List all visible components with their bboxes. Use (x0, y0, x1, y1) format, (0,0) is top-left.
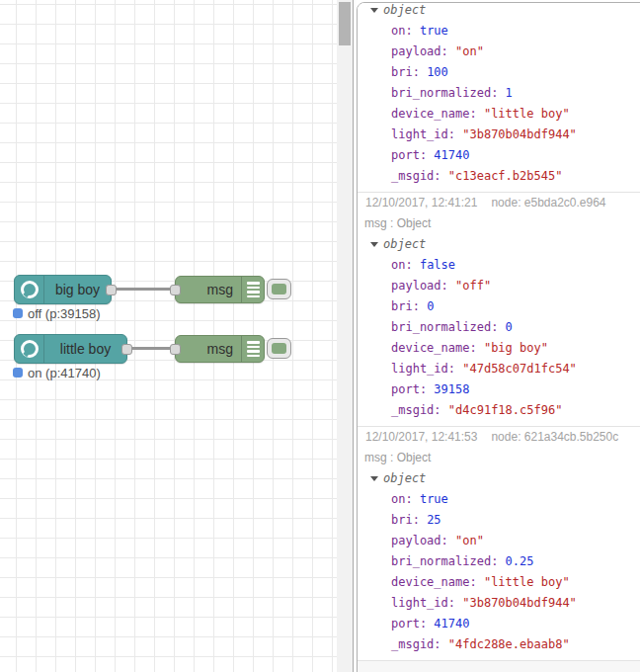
property-value: 41740 (434, 617, 469, 630)
property-row: bri_normalized: 0.25 (358, 551, 640, 572)
collapse-triangle-icon[interactable] (370, 242, 378, 247)
property-row: on: true (358, 21, 640, 42)
message-timestamp: 12/10/2017, 12:41:53 (365, 427, 477, 448)
property-value: 0.25 (506, 554, 534, 568)
wire[interactable] (126, 347, 176, 350)
debug-sidebar: objecton: truepayload: "on"bri: 100bri_n… (357, 2, 640, 672)
property-row: device_name: "little boy" (358, 104, 640, 125)
property-key: device_name: (391, 107, 484, 121)
node-status: on (p:41740) (13, 366, 101, 379)
property-value: "on" (455, 44, 484, 58)
node-little-boy[interactable]: little boy (14, 334, 127, 364)
property-row: payload: "off" (358, 276, 640, 296)
property-row: bri: 0 (358, 296, 640, 317)
property-row: bri_normalized: 0 (358, 317, 640, 338)
message-timestamp: 12/10/2017, 12:41:21 (365, 193, 477, 213)
property-row: _msgid: "c13eacf.b2b545" (358, 166, 640, 187)
input-port[interactable] (170, 285, 181, 295)
property-key: _msgid: (391, 403, 448, 417)
property-key: bri: (391, 513, 427, 527)
workspace-scrollbar[interactable] (337, 0, 354, 672)
property-value: "little boy" (484, 107, 570, 121)
status-text: off (p:39158) (28, 306, 100, 321)
property-row: bri_normalized: 1 (358, 83, 640, 104)
output-port[interactable] (121, 344, 132, 355)
property-key: _msgid: (391, 637, 448, 651)
property-row: on: false (358, 255, 640, 276)
debug-enable-button[interactable] (267, 338, 291, 359)
property-row: light_id: "3b870b04bdf944" (358, 593, 640, 614)
property-value: "off" (455, 279, 491, 293)
property-value: "little boy" (484, 575, 570, 589)
property-key: port: (391, 382, 434, 396)
property-key: bri: (391, 65, 427, 79)
property-value: 41740 (434, 148, 469, 162)
input-port[interactable] (170, 344, 181, 355)
message-topic: msg : Object (358, 448, 640, 468)
object-row: object (358, 234, 640, 255)
property-row: port: 41740 (358, 145, 640, 166)
node-big-boy[interactable]: big boy (14, 275, 112, 304)
node-label: msg (176, 277, 241, 302)
property-row: port: 39158 (358, 379, 640, 400)
property-value: 0 (506, 320, 513, 334)
property-value: "47d58c07d1fc54" (462, 362, 577, 376)
property-key: light_id: (391, 362, 462, 376)
property-value: true (420, 492, 448, 506)
property-key: bri_normalized: (391, 554, 506, 568)
object-type-label: object (383, 3, 426, 17)
property-row: port: 41740 (358, 614, 640, 634)
property-value: "3b870b04bdf944" (462, 127, 577, 141)
message-meta: 12/10/2017, 12:41:53node: 621a34cb.5b250… (358, 427, 640, 448)
property-key: device_name: (391, 341, 484, 355)
collapse-triangle-icon[interactable] (370, 8, 378, 13)
property-key: payload: (391, 534, 455, 547)
scrollbar-thumb[interactable] (339, 2, 351, 45)
output-port[interactable] (106, 285, 117, 295)
status-dot-icon (13, 308, 23, 318)
debug-message: 12/10/2017, 12:41:53node: 621a34cb.5b250… (358, 427, 640, 661)
alexa-ring-icon (15, 276, 44, 303)
object-type-label: object (383, 471, 426, 485)
property-value: "3b870b04bdf944" (462, 596, 577, 610)
node-label: little boy (44, 335, 126, 363)
node-label: msg (176, 336, 241, 362)
property-key: bri_normalized: (391, 320, 506, 334)
node-label: big boy (44, 276, 111, 303)
message-topic: msg : Object (358, 213, 640, 234)
status-dot-icon (13, 368, 23, 378)
property-key: bri_normalized: (391, 86, 506, 100)
property-key: port: (391, 148, 434, 162)
flow-canvas[interactable]: big boy msg off (p:39158) little boy msg… (0, 0, 337, 672)
property-value: 100 (427, 65, 448, 79)
property-key: light_id: (391, 596, 462, 610)
debug-node-msg-1[interactable]: msg (175, 276, 265, 303)
property-value: "on" (455, 534, 484, 547)
property-value: "big boy" (484, 341, 548, 355)
property-value: 1 (506, 86, 513, 100)
object-type-label: object (383, 237, 426, 251)
property-row: device_name: "big boy" (358, 338, 640, 359)
property-key: device_name: (391, 575, 484, 589)
property-row: bri: 25 (358, 510, 640, 531)
debug-message: objecton: truepayload: "on"bri: 100bri_n… (358, 2, 640, 193)
wire[interactable] (111, 288, 176, 291)
property-value: "d4c91f18.c5f96" (448, 403, 563, 417)
property-key: on: (391, 258, 420, 272)
collapse-triangle-icon[interactable] (370, 476, 378, 481)
debug-list-icon (241, 336, 264, 362)
property-key: bri: (391, 299, 427, 313)
property-key: port: (391, 617, 434, 630)
property-row: on: true (358, 489, 640, 510)
debug-message: 12/10/2017, 12:41:21node: e5bda2c0.e964m… (358, 193, 640, 427)
property-key: payload: (391, 44, 455, 58)
property-value: 25 (427, 513, 440, 527)
object-row: object (358, 2, 640, 21)
debug-enable-button[interactable] (267, 279, 291, 299)
property-row: bri: 100 (358, 62, 640, 83)
property-value: 39158 (434, 382, 469, 396)
message-meta: 12/10/2017, 12:41:21node: e5bda2c0.e964 (358, 193, 640, 213)
property-value: 0 (427, 299, 434, 313)
property-key: light_id: (391, 127, 462, 141)
debug-node-msg-2[interactable]: msg (175, 335, 265, 363)
